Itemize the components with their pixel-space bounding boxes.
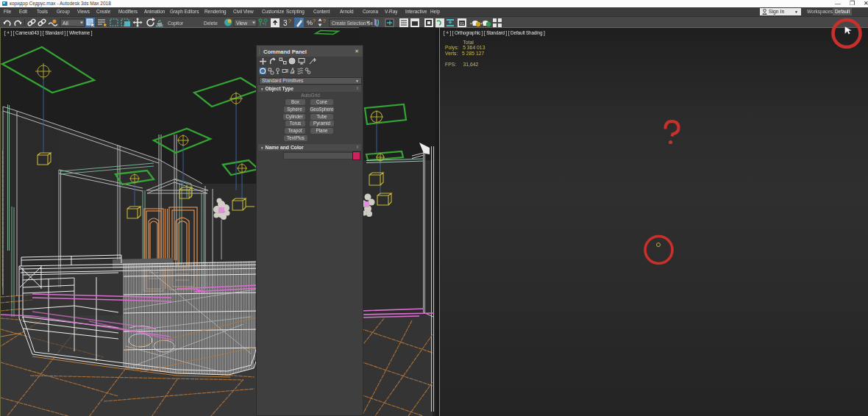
svg-text:%: % bbox=[307, 19, 313, 26]
svg-text:Copitor: Copitor bbox=[168, 21, 184, 26]
svg-text:?: ? bbox=[300, 18, 303, 23]
svg-text:01: 01 bbox=[460, 21, 464, 26]
svg-text:3: 3 bbox=[283, 19, 288, 27]
svg-text:Delete: Delete bbox=[204, 21, 218, 26]
svg-text:View: View bbox=[236, 21, 248, 26]
svg-text:All: All bbox=[63, 21, 68, 26]
svg-text:?: ? bbox=[323, 18, 326, 24]
svg-text:?: ? bbox=[313, 18, 316, 24]
svg-text:?: ? bbox=[288, 18, 291, 24]
